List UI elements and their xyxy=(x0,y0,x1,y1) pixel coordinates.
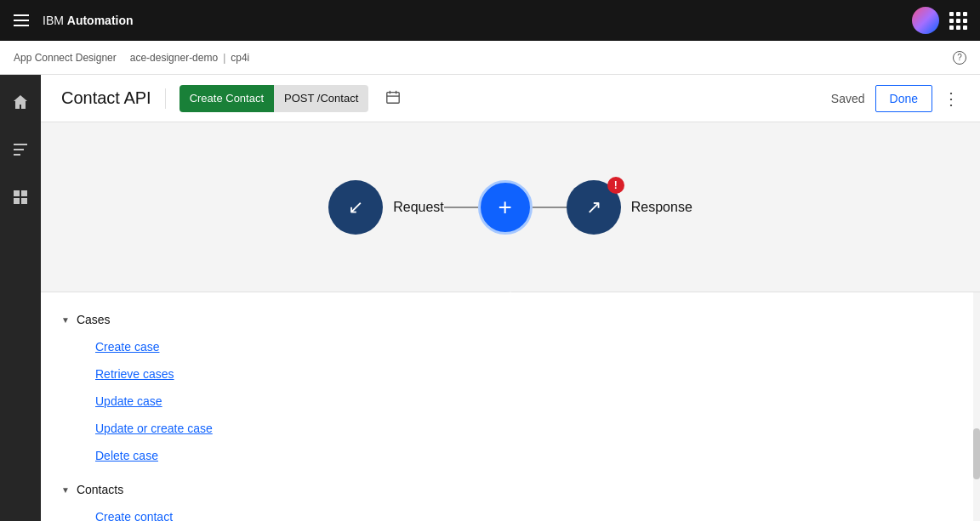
chevron-icon: ▼ xyxy=(61,315,70,325)
flow-nodes: ↙ Request + ↗ ! xyxy=(328,180,692,235)
breadcrumb: App Connect Designer ace-designer-demo |… xyxy=(0,41,980,75)
menu-item-retrieve-cases[interactable]: Retrieve cases xyxy=(82,360,980,388)
section-label-cases: Cases xyxy=(77,313,111,326)
svg-rect-2 xyxy=(14,154,20,156)
flow-canvas: ↙ Request + ↗ ! xyxy=(41,122,980,292)
api-header: Contact API Create Contact POST /Contact… xyxy=(41,75,980,122)
content-area: Contact API Create Contact POST /Contact… xyxy=(41,75,980,521)
response-label: Response xyxy=(631,200,692,215)
section-header-contacts[interactable]: ▼Contacts xyxy=(41,476,980,503)
user-avatar[interactable] xyxy=(912,7,939,34)
flow-line-2 xyxy=(533,207,567,208)
left-sidebar xyxy=(0,75,41,521)
request-node: ↙ Request xyxy=(328,180,444,235)
response-arrow-icon: ↗ xyxy=(586,196,601,218)
main-layout: Contact API Create Contact POST /Contact… xyxy=(0,75,980,521)
svg-rect-1 xyxy=(14,149,24,150)
section-items-contacts: Create contactRetrieve contactsUpdate co… xyxy=(41,503,980,521)
svg-rect-3 xyxy=(14,190,20,196)
response-node: ↗ ! Response xyxy=(567,180,692,235)
sidebar-home-icon[interactable] xyxy=(0,82,41,122)
app-title: IBM Automation xyxy=(43,14,134,27)
breadcrumb-app: App Connect Designer xyxy=(14,52,117,64)
sections-container: ▼CasesCreate caseRetrieve casesUpdate ca… xyxy=(41,306,980,521)
more-options-icon[interactable]: ⋮ xyxy=(943,90,960,107)
breadcrumb-env2: cp4i xyxy=(231,52,249,64)
flow-path: POST /Contact xyxy=(274,85,368,112)
sidebar-catalog-icon[interactable] xyxy=(0,177,41,218)
add-node[interactable]: + xyxy=(478,180,533,235)
scrollbar-track xyxy=(973,292,980,521)
grid-icon[interactable] xyxy=(949,12,966,30)
svg-rect-4 xyxy=(21,190,27,196)
response-circle[interactable]: ↗ ! xyxy=(567,180,621,235)
svg-rect-7 xyxy=(387,92,399,103)
done-button[interactable]: Done xyxy=(875,85,932,112)
api-title: Contact API xyxy=(61,88,151,108)
svg-rect-6 xyxy=(21,198,27,204)
section-contacts: ▼ContactsCreate contactRetrieve contacts… xyxy=(41,476,980,521)
request-circle[interactable]: ↙ xyxy=(328,180,383,235)
add-icon: + xyxy=(499,194,512,221)
nav-right xyxy=(912,7,966,34)
menu-item-delete-case[interactable]: Delete case xyxy=(82,442,980,469)
header-divider xyxy=(165,88,166,109)
menu-item-create-case[interactable]: Create case xyxy=(82,333,980,360)
section-header-cases[interactable]: ▼Cases xyxy=(41,306,980,333)
flow-line-1 xyxy=(444,207,478,208)
hamburger-menu[interactable] xyxy=(14,14,29,26)
menu-item-create-contact[interactable]: Create contact xyxy=(82,503,980,521)
menu-item-update-or-create-case[interactable]: Update or create case xyxy=(82,415,980,442)
svg-rect-5 xyxy=(14,198,20,204)
section-label-contacts: Contacts xyxy=(77,483,123,496)
error-badge: ! xyxy=(607,177,624,194)
request-label: Request xyxy=(393,200,444,215)
section-items-cases: Create caseRetrieve casesUpdate caseUpda… xyxy=(41,333,980,469)
sidebar-flows-icon[interactable] xyxy=(0,129,41,170)
top-navigation: IBM Automation xyxy=(0,0,980,41)
help-icon[interactable]: ? xyxy=(953,51,966,65)
svg-rect-0 xyxy=(14,144,27,145)
chevron-icon: ▼ xyxy=(61,485,70,495)
bottom-panel: ▼CasesCreate caseRetrieve casesUpdate ca… xyxy=(41,292,980,521)
header-actions: Saved Done ⋮ xyxy=(831,85,960,112)
schedule-icon[interactable] xyxy=(385,89,401,108)
canvas-pointer xyxy=(497,279,524,292)
section-cases: ▼CasesCreate caseRetrieve casesUpdate ca… xyxy=(41,306,980,469)
scrollbar-thumb[interactable] xyxy=(973,428,980,479)
menu-item-update-case[interactable]: Update case xyxy=(82,388,980,415)
flow-label: Create Contact xyxy=(179,85,274,112)
saved-status: Saved xyxy=(831,92,865,105)
nav-left: IBM Automation xyxy=(14,14,134,27)
request-arrow-icon: ↙ xyxy=(348,196,363,218)
breadcrumb-sep2: | xyxy=(223,52,225,64)
breadcrumb-env1: ace-designer-demo xyxy=(130,52,218,64)
flow-pill[interactable]: Create Contact POST /Contact xyxy=(179,85,369,112)
